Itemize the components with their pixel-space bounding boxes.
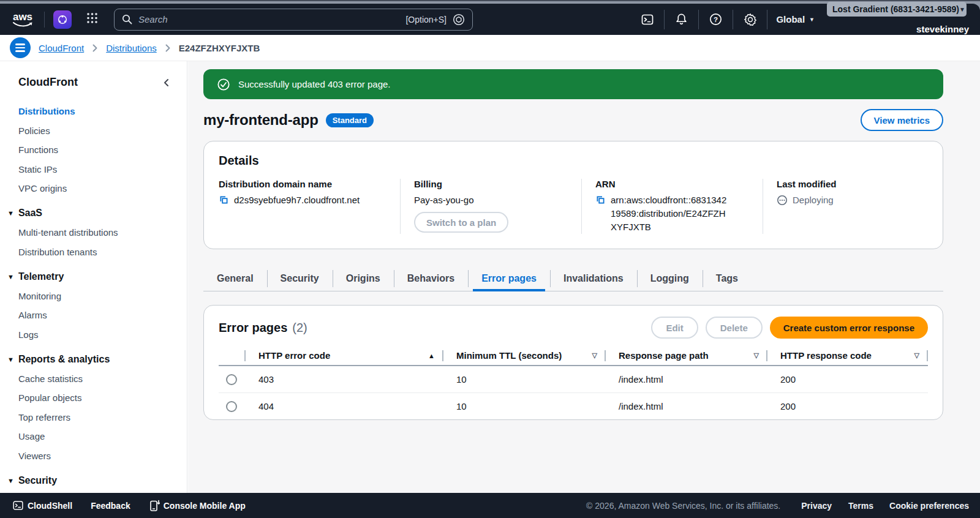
cloudshell-icon: [12, 500, 24, 511]
region-selector[interactable]: Global ▼: [767, 14, 815, 24]
aws-logo[interactable]: aws: [10, 11, 36, 28]
triangle-down-icon: ▼: [7, 273, 14, 280]
details-card: Details Distribution domain name d2s9sye…: [203, 141, 943, 249]
collapse-sidebar-icon[interactable]: [162, 78, 170, 87]
column-header-minimum-ttl[interactable]: Minimum TTL (seconds)▽: [443, 346, 606, 366]
tab-behaviors[interactable]: Behaviors: [394, 266, 468, 291]
chevron-down-icon: ▼: [959, 6, 965, 13]
last-modified-value: Deploying: [793, 193, 834, 207]
cell-http-error-code: 404: [246, 392, 443, 419]
view-metrics-button[interactable]: View metrics: [861, 109, 943, 131]
row-radio-button[interactable]: [226, 401, 237, 412]
column-header-response-page-path[interactable]: Response page path▽: [606, 346, 767, 366]
tab-error-pages[interactable]: Error pages: [468, 266, 550, 291]
sidebar-section-reports-analytics[interactable]: ▼Reports & analytics: [0, 350, 187, 369]
column-header-http-error-code[interactable]: HTTP error code▲: [246, 346, 443, 366]
sidebar-item-multi-tenant-distributions[interactable]: Multi-tenant distributions: [0, 223, 187, 242]
sidebar-item-distributions[interactable]: Distributions: [0, 102, 187, 121]
delete-button[interactable]: Delete: [706, 317, 763, 339]
cell-response-page-path: /index.html: [606, 366, 767, 392]
sidebar-item-distribution-tenants[interactable]: Distribution tenants: [0, 242, 187, 262]
error-pages-card: Error pages (2) Edit Delete Create custo…: [203, 305, 943, 420]
sidebar-section-saas[interactable]: ▼SaaS: [0, 204, 187, 223]
help-icon[interactable]: ?: [699, 4, 733, 35]
search-input[interactable]: [138, 14, 405, 24]
triangle-down-icon: ▼: [7, 209, 14, 217]
cell-minimum-ttl: 10: [443, 366, 606, 392]
error-pages-heading: Error pages: [219, 321, 287, 335]
services-grid-icon[interactable]: [86, 12, 98, 26]
edit-button[interactable]: Edit: [651, 317, 698, 339]
footer: CloudShell Feedback Console Mobile App ©…: [0, 493, 980, 518]
tab-logging[interactable]: Logging: [637, 266, 703, 291]
cloudshell-icon[interactable]: [630, 4, 664, 35]
privacy-link[interactable]: Privacy: [801, 501, 832, 511]
copy-icon[interactable]: [595, 195, 606, 205]
footer-console-mobile-app-button[interactable]: Console Mobile App: [149, 500, 246, 512]
success-check-icon: [217, 78, 230, 91]
sidebar-item-top-referrers[interactable]: Top referrers: [0, 408, 187, 427]
sidebar-item-logs[interactable]: Logs: [0, 325, 187, 345]
breadcrumb-current: E24ZFZHXYFJXTB: [179, 43, 260, 53]
error-pages-count: (2): [292, 321, 307, 335]
main-content: Successfully updated 403 error page. my-…: [188, 61, 980, 493]
copy-icon[interactable]: [219, 195, 229, 205]
sidebar-item-policies[interactable]: Policies: [0, 121, 187, 141]
tab-tags[interactable]: Tags: [703, 266, 752, 291]
column-header-http-response-code[interactable]: HTTP response code▽: [767, 346, 928, 366]
sidebar-item-usage[interactable]: Usage: [0, 427, 187, 446]
sidebar-item-popular-objects[interactable]: Popular objects: [0, 388, 187, 408]
aws-smile-icon: [12, 21, 33, 28]
tab-invalidations[interactable]: Invalidations: [550, 266, 637, 291]
sidebar-item-vpc-origins[interactable]: VPC origins: [0, 179, 187, 198]
search-icon: [122, 14, 132, 24]
sidebar-item-static-ips[interactable]: Static IPs: [0, 160, 187, 179]
divider: [44, 12, 45, 28]
sidebar-section-security[interactable]: ▼Security: [0, 471, 187, 490]
account-selector-dropdown[interactable]: Lost Gradient (6831-3421-9589) ▼: [827, 2, 967, 17]
search-bar[interactable]: [Option+S]: [114, 9, 473, 31]
tab-origins[interactable]: Origins: [333, 266, 394, 291]
breadcrumb-distributions[interactable]: Distributions: [106, 43, 157, 53]
cookie-preferences-link[interactable]: Cookie preferences: [889, 501, 969, 511]
standard-badge: Standard: [326, 113, 374, 127]
sidebar-toggle-button[interactable]: [10, 37, 31, 58]
table-row: 403 10 /index.html 200: [219, 366, 928, 392]
row-radio-button[interactable]: [226, 374, 237, 385]
sidebar-item-monitoring[interactable]: Monitoring: [0, 287, 187, 306]
chevron-right-icon: [165, 44, 170, 52]
switch-to-plan-button[interactable]: Switch to a plan: [414, 212, 508, 233]
distribution-domain-value: d2s9syebfue9h7.cloudfront.net: [234, 193, 360, 207]
notifications-bell-icon[interactable]: [665, 4, 698, 35]
cell-minimum-ttl: 10: [443, 392, 606, 419]
triangle-down-icon: ▼: [7, 477, 14, 484]
sidebar-item-viewers[interactable]: Viewers: [0, 446, 187, 466]
search-shortcut: [Option+S]: [405, 15, 447, 24]
footer-feedback-button[interactable]: Feedback: [91, 501, 130, 511]
pending-spinner-icon: [777, 195, 788, 206]
field-label: Billing: [414, 179, 570, 189]
table-row: 404 10 /index.html 200: [219, 392, 928, 419]
tab-bar: General Security Origins Behaviors Error…: [203, 266, 943, 291]
breadcrumb-cloudfront[interactable]: CloudFront: [39, 43, 84, 53]
sidebar-item-functions[interactable]: Functions: [0, 140, 187, 160]
footer-cloudshell-button[interactable]: CloudShell: [12, 500, 72, 511]
sidebar-section-telemetry[interactable]: ▼Telemetry: [0, 267, 187, 287]
success-flashbar: Successfully updated 403 error page.: [203, 69, 943, 99]
cloudfront-service-icon[interactable]: [53, 10, 72, 29]
cell-http-response-code: 200: [767, 366, 928, 392]
tab-general[interactable]: General: [203, 266, 267, 291]
breadcrumb: CloudFront Distributions E24ZFZHXYFJXTB: [39, 43, 260, 53]
sidebar-item-cache-statistics[interactable]: Cache statistics: [0, 369, 187, 389]
create-custom-error-response-button[interactable]: Create custom error response: [770, 317, 928, 339]
sort-icon: ▽: [914, 351, 919, 359]
field-label: Distribution domain name: [219, 179, 389, 189]
sidebar-item-alarms[interactable]: Alarms: [0, 306, 187, 325]
tab-security[interactable]: Security: [267, 266, 333, 291]
mobile-app-icon: [149, 500, 160, 512]
terms-link[interactable]: Terms: [848, 501, 873, 511]
flashbar-message: Successfully updated 403 error page.: [238, 79, 391, 89]
breadcrumb-bar: CloudFront Distributions E24ZFZHXYFJXTB: [0, 35, 980, 61]
chevron-right-icon: [92, 44, 97, 52]
settings-gear-icon[interactable]: [733, 4, 767, 35]
